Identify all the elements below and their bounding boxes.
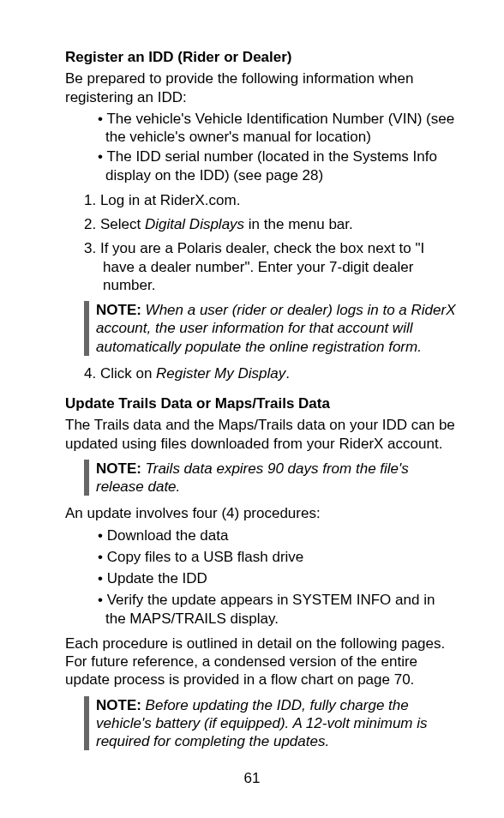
note-label: NOTE: — [96, 302, 146, 318]
page-number: 61 — [0, 769, 504, 787]
list-item: Verify the update appears in SYSTEM INFO… — [98, 591, 458, 628]
note-label: NOTE: — [96, 460, 146, 477]
step-text: If you are a Polaris dealer, check the b… — [100, 240, 424, 293]
note-content: NOTE: Trails data expires 90 days from t… — [96, 460, 458, 496]
note-bar — [84, 460, 89, 496]
step-text-italic: Digital Displays — [145, 216, 244, 232]
note-block: NOTE: When a user (rider or dealer) logs… — [84, 301, 458, 356]
prep-bullet-list: The vehicle's Vehicle Identification Num… — [98, 110, 458, 184]
list-item: Copy files to a USB flash drive — [98, 548, 458, 566]
step-text-italic: Register My Display — [156, 365, 285, 382]
list-item: The vehicle's Vehicle Identification Num… — [98, 110, 458, 147]
note-label: NOTE: — [96, 697, 146, 713]
outro-text: Each procedure is outlined in detail on … — [65, 635, 458, 689]
step-text: . — [285, 365, 290, 382]
list-item: 1. Log in at RiderX.com. — [84, 191, 458, 209]
step-text: Log in at RiderX.com. — [100, 192, 240, 208]
note-block: NOTE: Before updating the IDD, fully cha… — [84, 696, 458, 751]
list-item: 3. If you are a Polaris dealer, check th… — [84, 239, 458, 294]
note-content: NOTE: When a user (rider or dealer) logs… — [96, 301, 458, 356]
list-item: Download the data — [98, 526, 458, 544]
section-heading-update: Update Trails Data or Maps/Trails Data — [65, 394, 458, 412]
proc-intro: An update involves four (4) procedures: — [65, 504, 458, 522]
step-number: 2. — [84, 216, 100, 232]
register-steps: 1. Log in at RiderX.com. 2. Select Digit… — [84, 191, 458, 294]
list-item: The IDD serial number (located in the Sy… — [98, 147, 458, 184]
step-number: 1. — [84, 192, 100, 208]
intro-text: The Trails data and the Maps/Trails data… — [65, 416, 458, 453]
note-text: When a user (rider or dealer) logs in to… — [96, 302, 456, 355]
proc-bullet-list: Download the data Copy files to a USB fl… — [98, 526, 458, 628]
section-heading-register: Register an IDD (Rider or Dealer) — [65, 48, 458, 66]
step-number: 4. — [84, 365, 100, 382]
intro-text: Be prepared to provide the following inf… — [65, 69, 458, 106]
step-text: Click on — [100, 365, 156, 382]
note-text: Before updating the IDD, fully charge th… — [96, 697, 428, 750]
note-block: NOTE: Trails data expires 90 days from t… — [84, 460, 458, 496]
step-text: Select — [100, 216, 145, 232]
register-steps-continued: 4. Click on Register My Display. — [84, 364, 458, 382]
note-content: NOTE: Before updating the IDD, fully cha… — [96, 696, 458, 751]
list-item: Update the IDD — [98, 569, 458, 587]
note-bar — [84, 301, 89, 356]
list-item: 2. Select Digital Displays in the menu b… — [84, 215, 458, 233]
step-number: 3. — [84, 240, 100, 256]
step-text: in the menu bar. — [244, 216, 353, 232]
note-bar — [84, 696, 89, 751]
list-item: 4. Click on Register My Display. — [84, 364, 458, 382]
